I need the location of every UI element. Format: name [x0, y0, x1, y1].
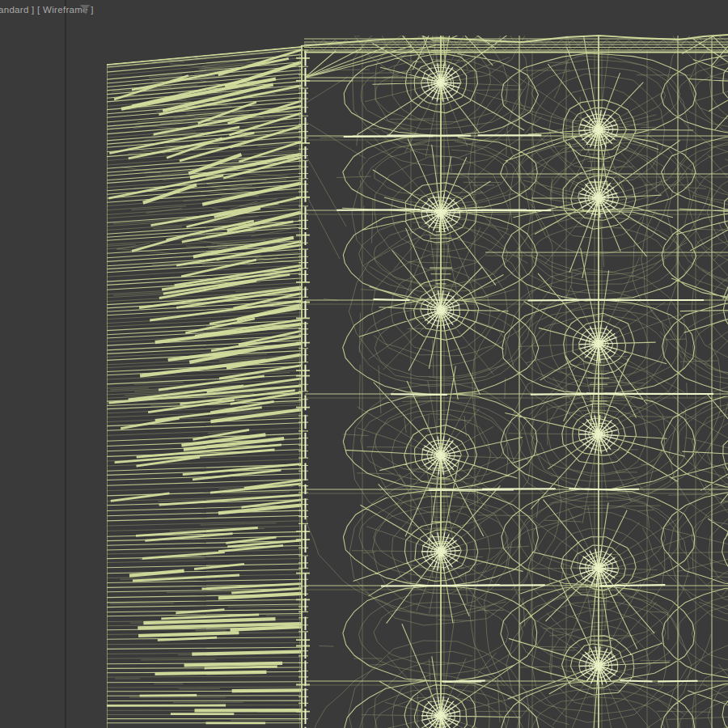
filter-funnel-icon[interactable]: [78, 4, 91, 15]
3d-viewport[interactable]: andard ] [ Wireframe ]: [0, 0, 728, 728]
panel-divider[interactable]: [65, 0, 66, 728]
wireframe-canvas[interactable]: [0, 0, 728, 728]
